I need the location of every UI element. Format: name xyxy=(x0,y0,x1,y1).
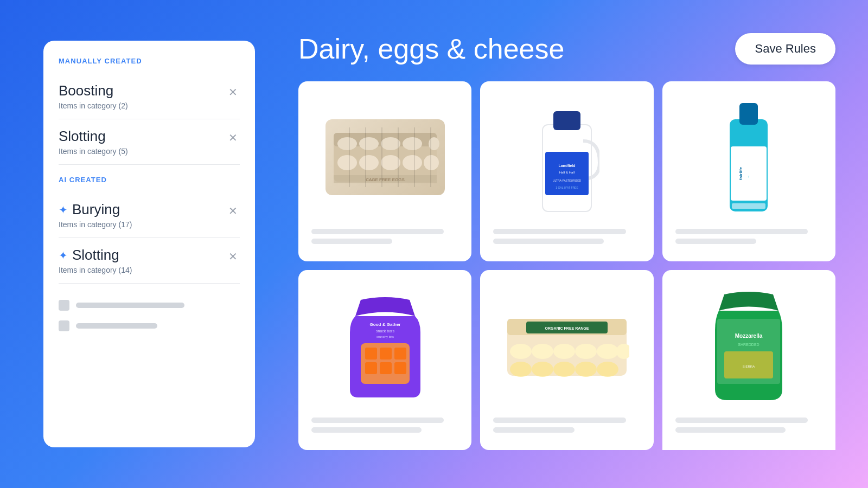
svg-rect-26 xyxy=(732,203,765,209)
svg-text:Good & Gather: Good & Gather xyxy=(369,322,400,327)
svg-rect-12 xyxy=(334,175,437,183)
svg-point-50 xyxy=(575,362,597,377)
svg-point-44 xyxy=(575,344,597,359)
ai-star-icon-burying: ✦ xyxy=(59,203,68,216)
svg-text:SIERRA: SIERRA xyxy=(743,365,755,368)
svg-point-5 xyxy=(403,137,422,150)
skeleton-line xyxy=(311,427,422,433)
product-image-area-3: fairlife ! xyxy=(675,94,822,220)
placeholder-bar-2 xyxy=(76,323,157,329)
skeleton-line xyxy=(493,229,626,234)
svg-point-47 xyxy=(510,362,532,377)
product-card-5[interactable]: ORGANIC FREE RANGE xyxy=(480,270,653,450)
card-text-3 xyxy=(675,229,822,248)
svg-point-41 xyxy=(510,344,532,359)
save-rules-button[interactable]: Save Rules xyxy=(735,33,835,65)
product-card-6[interactable]: Mozzarella SHREDDED SIERRA xyxy=(662,270,835,450)
main-content: Dairy, eggs & cheese Save Rules xyxy=(277,0,868,488)
svg-text:ORGANIC FREE RANGE: ORGANIC FREE RANGE xyxy=(545,326,589,330)
svg-text:Half & Half: Half & Half xyxy=(559,171,575,174)
rule-item-burying[interactable]: ✦ Burying Items in category (17) ✕ xyxy=(59,192,240,238)
svg-point-8 xyxy=(359,155,379,170)
egg-carton-image: CAGE FREE EGGS xyxy=(326,119,445,195)
product-card-2[interactable]: Landfield Half & Half ULTRA-PASTEURIZED … xyxy=(480,81,653,261)
svg-rect-22 xyxy=(739,103,758,125)
skeleton-line xyxy=(311,239,392,244)
close-burying-button[interactable]: ✕ xyxy=(226,203,240,219)
placeholder-items xyxy=(59,300,240,331)
svg-text:SHREDDED: SHREDDED xyxy=(738,343,760,346)
svg-rect-30 xyxy=(394,348,406,359)
svg-text:snack bars: snack bars xyxy=(376,329,394,333)
product-image-area-6: Mozzarella SHREDDED SIERRA xyxy=(675,283,822,409)
product-card-1[interactable]: CAGE FREE EGGS xyxy=(298,81,471,261)
header-row: Dairy, eggs & cheese Save Rules xyxy=(298,33,835,65)
rule-item-boosting[interactable]: Boosting Items in category (2) ✕ xyxy=(59,74,240,119)
card-text-1 xyxy=(311,229,458,248)
product-image-area-1: CAGE FREE EGGS xyxy=(311,94,458,220)
skeleton-line xyxy=(311,418,444,423)
svg-point-10 xyxy=(403,155,422,170)
rule-info-burying: ✦ Burying Items in category (17) xyxy=(59,201,132,229)
svg-rect-28 xyxy=(365,348,377,359)
svg-point-2 xyxy=(337,137,357,150)
svg-point-7 xyxy=(337,155,357,170)
svg-point-43 xyxy=(553,344,575,359)
placeholder-row-1 xyxy=(59,300,240,311)
rule-count-boosting: Items in category (2) xyxy=(59,101,128,110)
card-text-4 xyxy=(311,418,458,437)
svg-rect-32 xyxy=(380,362,392,374)
svg-text:crunchy bits: crunchy bits xyxy=(376,335,394,338)
svg-rect-1 xyxy=(334,133,437,146)
product-image-area-2: Landfield Half & Half ULTRA-PASTEURIZED … xyxy=(493,94,640,220)
close-slotting-ai-button[interactable]: ✕ xyxy=(226,249,240,264)
card-text-2 xyxy=(493,229,640,248)
product-image-area-5: ORGANIC FREE RANGE xyxy=(493,283,640,409)
placeholder-square-1 xyxy=(59,300,69,311)
close-boosting-button[interactable]: ✕ xyxy=(226,85,240,100)
product-card-3[interactable]: fairlife ! xyxy=(662,81,835,261)
product-grid: CAGE FREE EGGS xyxy=(298,81,835,450)
card-text-6 xyxy=(675,418,822,437)
svg-point-42 xyxy=(532,344,553,359)
rule-name-boosting: Boosting xyxy=(59,82,128,99)
rule-info-boosting: Boosting Items in category (2) xyxy=(59,82,128,110)
rule-name-slotting-ai: ✦ Slotting xyxy=(59,247,132,264)
skeleton-line xyxy=(493,418,626,423)
skeleton-line xyxy=(311,229,444,234)
rule-info-slotting-ai: ✦ Slotting Items in category (14) xyxy=(59,247,132,274)
manually-created-label: MANUALLY CREATED xyxy=(59,57,240,65)
rule-item-slotting-manual[interactable]: Slotting Items in category (5) ✕ xyxy=(59,119,240,165)
svg-rect-0 xyxy=(334,138,437,182)
rule-name-slotting-manual: Slotting xyxy=(59,128,128,145)
ai-created-label: AI CREATED xyxy=(59,176,240,184)
close-slotting-manual-button[interactable]: ✕ xyxy=(226,130,240,145)
page-title: Dairy, eggs & cheese xyxy=(298,33,564,65)
rule-count-burying: Items in category (17) xyxy=(59,220,132,229)
rule-name-burying: ✦ Burying xyxy=(59,201,132,218)
product-card-4[interactable]: Good & Gather snack bars crunchy bits xyxy=(298,270,471,450)
svg-rect-31 xyxy=(365,362,377,374)
product-image-area-4: Good & Gather snack bars crunchy bits xyxy=(311,283,458,409)
svg-point-9 xyxy=(381,155,400,170)
rule-item-slotting-ai[interactable]: ✦ Slotting Items in category (14) ✕ xyxy=(59,238,240,284)
svg-text:ULTRA-PASTEURIZED: ULTRA-PASTEURIZED xyxy=(553,179,582,182)
svg-text:fairlife: fairlife xyxy=(738,166,743,180)
svg-point-49 xyxy=(553,362,575,377)
skeleton-line xyxy=(493,427,574,433)
svg-point-3 xyxy=(359,137,379,150)
svg-text:CAGE FREE EGGS: CAGE FREE EGGS xyxy=(366,177,405,182)
skeleton-line xyxy=(675,418,808,423)
svg-point-48 xyxy=(532,362,553,377)
svg-rect-33 xyxy=(394,362,406,374)
rule-info-slotting-manual: Slotting Items in category (5) xyxy=(59,128,128,156)
rule-count-slotting-ai: Items in category (14) xyxy=(59,266,132,274)
ai-star-icon-slotting: ✦ xyxy=(59,249,68,262)
svg-point-51 xyxy=(597,362,618,377)
svg-point-4 xyxy=(381,137,400,150)
skeleton-line xyxy=(675,229,808,234)
svg-text:Landfield: Landfield xyxy=(558,164,575,168)
svg-point-11 xyxy=(424,155,439,170)
placeholder-bar-1 xyxy=(76,303,184,308)
skeleton-line xyxy=(675,427,786,433)
